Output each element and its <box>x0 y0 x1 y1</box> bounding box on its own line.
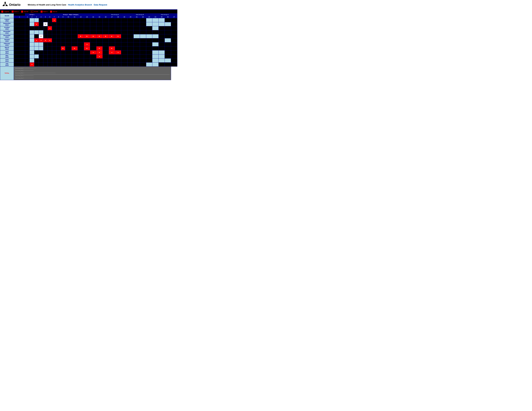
oct-col8 <box>57 26 61 30</box>
apr-col4 <box>39 50 43 55</box>
may-col11 <box>71 55 78 58</box>
aug-col13 <box>84 18 90 22</box>
nov-col14 <box>90 30 96 34</box>
apr-col21 <box>134 50 140 55</box>
sep-col23 <box>146 22 152 26</box>
header-title-part3: Data Request <box>94 4 107 6</box>
jan-col18 <box>115 38 121 42</box>
may-col10 <box>65 55 71 58</box>
oct-col12 <box>78 26 84 30</box>
sep-col21 <box>134 22 140 26</box>
row-may-2019: May2019 ■ <box>0 55 177 58</box>
feb-col19 <box>121 42 127 47</box>
apr-col1 <box>25 50 30 55</box>
oct-col18 <box>115 26 121 30</box>
jan-col5: ■ <box>43 38 48 42</box>
mar-col26 <box>165 47 171 50</box>
apr-col11 <box>71 50 78 55</box>
aug-col2 <box>30 18 34 22</box>
mar-col21 <box>134 47 140 50</box>
col-num-10: 10 <box>65 16 71 18</box>
apr-col25 <box>159 50 165 55</box>
jun-col4 <box>39 58 43 63</box>
apr-col6 <box>48 50 52 55</box>
jun-col24 <box>152 58 159 63</box>
nov-col26 <box>165 30 171 34</box>
nov-col27 <box>171 30 177 34</box>
dec-col8 <box>57 34 61 38</box>
jul-col20 <box>127 63 134 66</box>
jan-col19 <box>121 38 127 42</box>
jun-col3 <box>34 58 39 63</box>
mar-col13: ▶ <box>84 47 90 50</box>
dec-col18: ▶ <box>115 34 121 38</box>
nov-col23 <box>146 30 152 34</box>
col-num-26: 26 <box>165 16 171 18</box>
jun-col20 <box>127 58 134 63</box>
mar-col20 <box>127 47 134 50</box>
apr-col5 <box>43 50 48 55</box>
jul-col23 <box>146 63 152 66</box>
may-col6 <box>48 55 52 58</box>
legend-item-6: Item D <box>50 11 57 13</box>
jan-col13 <box>84 38 90 42</box>
jun-col11 <box>71 58 78 63</box>
col-num-22: 22 <box>140 16 146 18</box>
feb-col8 <box>57 42 61 47</box>
col-num-3: 3 <box>34 16 39 18</box>
mar-col22 <box>140 47 146 50</box>
dec-col10 <box>65 34 71 38</box>
row-august-2018: August2018 ■ <box>0 18 177 22</box>
apr-col12 <box>78 50 84 55</box>
feb-col16 <box>103 42 109 47</box>
dec-col22 <box>140 34 146 38</box>
sep-col13 <box>84 22 90 26</box>
mar-col18 <box>115 47 121 50</box>
oct-col9 <box>61 26 65 30</box>
oct-col4 <box>39 26 43 30</box>
apr-col3 <box>34 50 39 55</box>
apr-col7 <box>52 50 57 55</box>
month-january-2019: January2019 <box>0 38 14 42</box>
jan-col2 <box>30 38 34 42</box>
total-label: TOTAL <box>0 66 14 80</box>
jul-col14 <box>90 63 96 66</box>
sep-col6 <box>48 22 52 26</box>
apr-col20 <box>127 50 134 55</box>
feb-col25 <box>159 42 165 47</box>
sep-col2 <box>30 22 34 26</box>
legend-label-5: Item C <box>43 11 48 12</box>
apr-col22 <box>140 50 146 55</box>
legend-item-4: ► Arrow <box>31 10 38 13</box>
legend-row: Legend Item A Item B ► Arrow Item C Item… <box>0 10 177 13</box>
nov-col8 <box>57 30 61 34</box>
dec-col26 <box>165 34 171 38</box>
legend-item-2: Item A <box>12 11 19 13</box>
feb-col26 <box>165 42 171 47</box>
jan-col8 <box>57 38 61 42</box>
feb-col18 <box>115 42 121 47</box>
dec-col13: ▶ <box>84 34 90 38</box>
oct-col21 <box>134 26 140 30</box>
dec-col14: ▶ <box>90 34 96 38</box>
month-column-header: Month <box>0 14 14 18</box>
jan-col9 <box>61 38 65 42</box>
jan-col11 <box>71 38 78 42</box>
may-col21 <box>134 55 140 58</box>
jan-col27 <box>171 38 177 42</box>
row-october-2018: October2018 ■ <box>0 26 177 30</box>
aug-col21 <box>134 18 140 22</box>
oct-col19 <box>121 26 127 30</box>
feb-col5 <box>43 42 48 47</box>
col-num-1: 1 <box>25 16 30 18</box>
nov-col17 <box>109 30 115 34</box>
jul-col0 <box>14 63 25 66</box>
jul-col3 <box>34 63 39 66</box>
header-title-part2: Health Analytics Branch <box>68 4 93 6</box>
sep-col11 <box>71 22 78 26</box>
jan-col22 <box>140 38 146 42</box>
apr-col15: ■ <box>96 50 103 55</box>
legend-label-1: Legend <box>4 11 9 12</box>
apr-col10 <box>65 50 71 55</box>
mar-col19 <box>121 47 127 50</box>
